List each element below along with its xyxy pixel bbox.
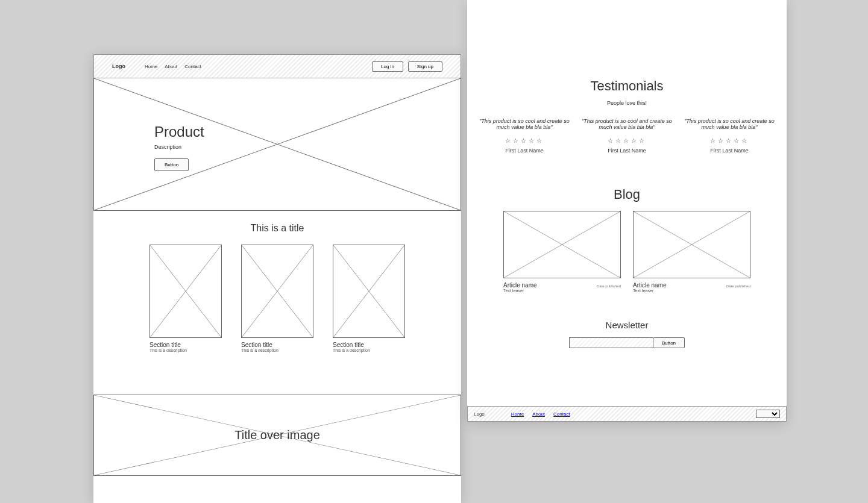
testimonial-item: "This product is so cool and create so m… <box>479 118 570 154</box>
footer-nav-home[interactable]: Home <box>511 411 524 417</box>
hero-title: Product <box>154 123 204 140</box>
testimonials-row: "This product is so cool and create so m… <box>467 118 787 154</box>
testimonial-item: "This product is so cool and create so m… <box>684 118 775 154</box>
banner-section: Title over image <box>93 395 461 476</box>
blog-section: Blog Article name Date published Text te… <box>467 187 787 293</box>
header-actions: Log in Sign up <box>372 61 442 72</box>
testimonial-quote: "This product is so cool and create so m… <box>582 118 672 130</box>
feature-card: Section title This is a description <box>241 245 313 352</box>
article-name: Article name <box>633 282 667 289</box>
blog-image-placeholder <box>633 211 750 278</box>
footer-logo: Logo <box>474 411 485 417</box>
testimonial-quote: "This product is so cool and create so m… <box>479 118 570 130</box>
star-icon: ☆☆☆☆☆ <box>684 137 775 144</box>
newsletter-section: Newsletter Button <box>467 320 787 348</box>
testimonials-sub: People love this! <box>467 100 787 106</box>
login-button[interactable]: Log in <box>372 61 403 72</box>
feature-image-placeholder <box>241 245 313 338</box>
newsletter-title: Newsletter <box>467 320 787 330</box>
feature-desc: This is a description <box>149 348 222 352</box>
feature-card: Section title This is a description <box>149 245 222 352</box>
article-date: Date published <box>726 284 750 288</box>
feature-desc: This is a description <box>241 348 313 352</box>
article-teaser: Text teaser <box>503 289 621 293</box>
feature-card: Section title This is a description <box>333 245 405 352</box>
logo: Logo <box>112 63 125 69</box>
wireframe-page-2: Testimonials People love this! "This pro… <box>467 0 787 422</box>
testimonials-section: Testimonials People love this! "This pro… <box>467 0 787 154</box>
star-icon: ☆☆☆☆☆ <box>582 137 672 144</box>
footer-nav-about[interactable]: About <box>532 411 545 417</box>
blog-card[interactable]: Article name Date published Text teaser <box>503 211 621 293</box>
star-icon: ☆☆☆☆☆ <box>479 137 570 144</box>
nav-home[interactable]: Home <box>145 64 157 69</box>
newsletter-form: Button <box>467 337 787 348</box>
features-title: This is a title <box>93 223 461 234</box>
feature-title: Section title <box>241 342 313 348</box>
blog-image-placeholder <box>503 211 621 278</box>
feature-image-placeholder <box>149 245 222 338</box>
article-teaser: Text teaser <box>633 289 750 293</box>
testimonial-name: First Last Name <box>582 148 672 154</box>
blog-card[interactable]: Article name Date published Text teaser <box>633 211 750 293</box>
feature-desc: This is a description <box>333 348 405 352</box>
testimonial-item: "This product is so cool and create so m… <box>582 118 672 154</box>
nav-about[interactable]: About <box>165 64 177 69</box>
hero: Product Description Button <box>93 78 461 211</box>
feature-title: Section title <box>149 342 222 348</box>
nav: Home About Contact <box>145 64 207 69</box>
footer-nav-contact[interactable]: Contact <box>553 411 570 417</box>
hero-button[interactable]: Button <box>154 158 189 171</box>
footer-select[interactable] <box>756 410 780 418</box>
feature-image-placeholder <box>333 245 405 338</box>
blog-row: Article name Date published Text teaser … <box>467 211 787 293</box>
signup-button[interactable]: Sign up <box>408 61 442 72</box>
hero-desc: Description <box>154 144 204 150</box>
features-section: This is a title Section title This is a … <box>93 223 461 352</box>
header: Logo Home About Contact Log in Sign up <box>93 54 461 78</box>
nav-contact[interactable]: Contact <box>184 64 201 69</box>
hero-image-placeholder <box>94 78 461 210</box>
newsletter-input[interactable] <box>569 337 653 348</box>
article-date: Date published <box>597 284 621 288</box>
testimonial-name: First Last Name <box>479 148 570 154</box>
newsletter-button[interactable]: Button <box>653 337 685 348</box>
article-name: Article name <box>503 282 537 289</box>
testimonial-quote: "This product is so cool and create so m… <box>684 118 775 130</box>
wireframe-page-1: Logo Home About Contact Log in Sign up P… <box>93 54 461 503</box>
testimonials-title: Testimonials <box>467 78 787 94</box>
testimonial-name: First Last Name <box>684 148 775 154</box>
footer: Logo Home About Contact <box>467 406 787 422</box>
banner-title: Title over image <box>234 428 320 442</box>
feature-title: Section title <box>333 342 405 348</box>
features-row: Section title This is a description Sect… <box>93 245 461 352</box>
hero-content: Product Description Button <box>154 123 204 171</box>
blog-title: Blog <box>467 187 787 202</box>
